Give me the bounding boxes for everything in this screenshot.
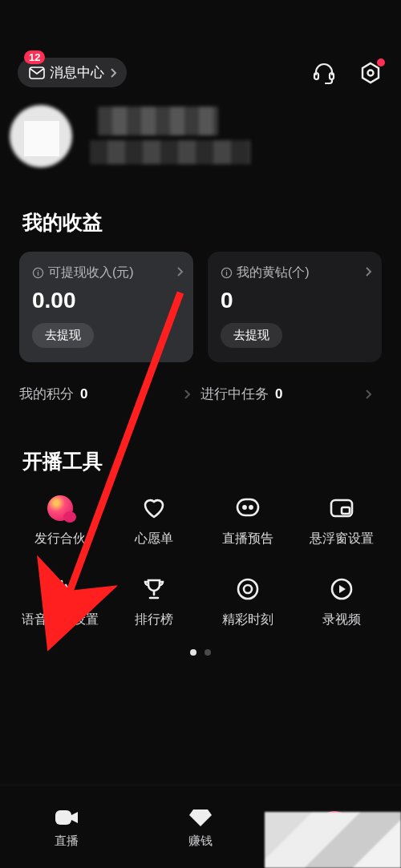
tool-live-preview[interactable]: 直播预告 bbox=[200, 494, 294, 547]
nav-label: 直播 bbox=[55, 834, 79, 849]
nav-earn[interactable]: 赚钱 bbox=[134, 785, 268, 868]
info-icon bbox=[32, 267, 44, 279]
svg-rect-6 bbox=[237, 499, 258, 515]
withdraw-button[interactable]: 去提现 bbox=[221, 323, 282, 348]
tools-section-title: 开播工具 bbox=[22, 448, 401, 474]
chevron-right-icon bbox=[365, 266, 372, 277]
headset-icon bbox=[312, 61, 336, 85]
chevron-right-icon bbox=[176, 266, 184, 277]
tool-ranking[interactable]: 排行榜 bbox=[107, 575, 200, 628]
highlight-icon bbox=[234, 575, 261, 603]
nav-label: 赚钱 bbox=[188, 834, 213, 849]
speaker-icon bbox=[47, 575, 74, 603]
tool-highlights[interactable]: 精彩时刻 bbox=[200, 575, 294, 628]
settings-button[interactable] bbox=[358, 60, 383, 86]
headset-support-button[interactable] bbox=[311, 60, 337, 86]
camera-icon bbox=[54, 807, 79, 828]
tool-record-video[interactable]: 录视频 bbox=[294, 575, 388, 628]
chevron-right-icon bbox=[184, 389, 191, 400]
heart-icon bbox=[140, 495, 168, 522]
stat-label: 我的积分 bbox=[19, 385, 74, 403]
message-badge: 12 bbox=[24, 50, 45, 64]
tool-label: 直播预告 bbox=[222, 531, 273, 547]
pip-icon bbox=[328, 495, 355, 522]
card-label: 可提现收入(元) bbox=[48, 264, 134, 281]
chat-icon bbox=[234, 495, 261, 522]
profile-area[interactable] bbox=[2, 102, 383, 174]
svg-point-11 bbox=[238, 579, 257, 599]
stat-label: 进行中任务 bbox=[200, 385, 269, 403]
partner-icon bbox=[47, 495, 73, 521]
mail-icon bbox=[29, 67, 45, 79]
page-dot-active bbox=[190, 649, 196, 656]
info-icon bbox=[221, 267, 233, 279]
tool-label: 心愿单 bbox=[135, 531, 173, 547]
tool-label: 悬浮窗设置 bbox=[310, 531, 374, 547]
stat-value: 0 bbox=[80, 386, 87, 402]
svg-point-8 bbox=[249, 506, 252, 508]
card-label: 我的黄钻(个) bbox=[237, 264, 310, 281]
withdraw-button[interactable]: 去提现 bbox=[32, 323, 94, 348]
tool-label: 发行合伙 bbox=[34, 531, 86, 547]
tool-label: 排行榜 bbox=[135, 612, 173, 628]
tool-voice-broadcast[interactable]: 语音播报设置 bbox=[13, 575, 107, 628]
chevron-right-icon bbox=[365, 389, 372, 400]
nav-live[interactable]: 直播 bbox=[0, 785, 134, 868]
tool-float-window[interactable]: 悬浮窗设置 bbox=[294, 494, 388, 547]
withdrawable-income-card[interactable]: 可提现收入(元) 0.00 去提现 bbox=[19, 252, 193, 362]
points-stat[interactable]: 我的积分 0 bbox=[19, 385, 200, 403]
page-indicator bbox=[0, 649, 401, 656]
tasks-stat[interactable]: 进行中任务 0 bbox=[200, 385, 382, 403]
svg-point-3 bbox=[368, 70, 374, 75]
tool-label: 语音播报设置 bbox=[22, 612, 99, 628]
page-dot bbox=[205, 649, 211, 656]
tool-label: 精彩时刻 bbox=[222, 612, 273, 628]
svg-rect-15 bbox=[55, 810, 71, 825]
svg-rect-10 bbox=[342, 507, 350, 514]
trophy-icon bbox=[140, 575, 168, 603]
record-icon bbox=[328, 575, 355, 603]
tool-wishlist[interactable]: 心愿单 bbox=[107, 494, 200, 547]
svg-point-12 bbox=[244, 585, 252, 593]
redacted-block bbox=[265, 812, 401, 868]
card-value: 0.00 bbox=[32, 288, 180, 313]
card-value: 0 bbox=[221, 288, 369, 313]
message-center-label: 消息中心 bbox=[50, 63, 104, 82]
message-center-pill[interactable]: 12 消息中心 bbox=[18, 58, 127, 87]
tool-partner[interactable]: 发行合伙 bbox=[13, 494, 107, 547]
chevron-right-icon bbox=[109, 67, 117, 79]
tool-label: 录视频 bbox=[322, 612, 361, 628]
notification-dot bbox=[377, 59, 385, 67]
bottom-nav: 直播 赚钱 bbox=[0, 785, 401, 868]
diamond-card[interactable]: 我的黄钻(个) 0 去提现 bbox=[208, 252, 382, 362]
diamond-icon bbox=[189, 807, 212, 828]
svg-point-7 bbox=[243, 506, 245, 508]
earnings-section-title: 我的收益 bbox=[22, 209, 401, 236]
stat-value: 0 bbox=[275, 386, 282, 402]
